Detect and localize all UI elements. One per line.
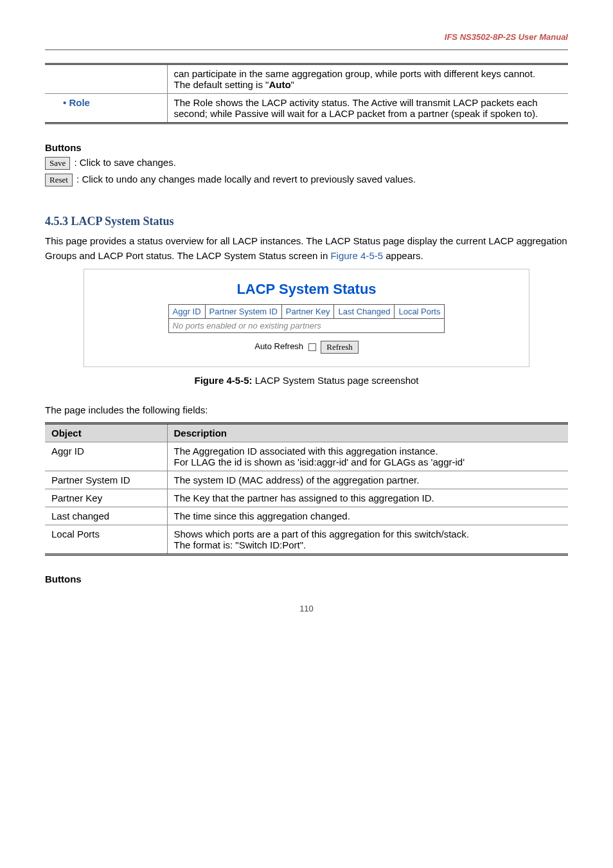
desc-line: The Aggregation ID associated with this … xyxy=(174,446,562,457)
row-label: Partner System ID xyxy=(51,475,130,485)
table-row: Aggr ID The Aggregation ID associated wi… xyxy=(45,442,568,471)
figure-caption: Figure 4-5-5: LACP System Status page sc… xyxy=(45,375,568,386)
desc-line: Shows which ports are a part of this agg… xyxy=(174,529,562,539)
para-tail: appears. xyxy=(383,250,423,261)
para-text: This page provides a status overview for… xyxy=(45,235,567,261)
cont-line-2: The default setting is "Auto" xyxy=(174,79,562,90)
row-desc: Shows which ports are a part of this agg… xyxy=(167,525,568,554)
col-last-changed: Last Changed xyxy=(334,304,395,318)
section-heading: 4.5.3 LACP System Status xyxy=(45,215,568,228)
fields-table: Object Description Aggr ID The Aggregati… xyxy=(45,422,568,556)
desc-line: The format is: "Switch ID:Port". xyxy=(174,539,562,550)
figure-title: LACP System Status xyxy=(102,281,511,298)
empty-cell xyxy=(45,64,167,94)
col-partner-key: Partner Key xyxy=(281,304,334,318)
role-desc: The Role shows the LACP activity status.… xyxy=(167,94,568,123)
buttons-heading: Buttons xyxy=(45,142,568,153)
caption-rest: LACP System Status page screenshot xyxy=(252,375,418,386)
role-label: Role xyxy=(51,97,90,108)
row-label: Aggr ID xyxy=(51,446,84,457)
buttons-heading-2: Buttons xyxy=(45,574,568,584)
fields-intro: The page includes the following fields: xyxy=(45,402,568,417)
row-desc: The Key that the partner has assigned to… xyxy=(167,489,568,507)
row-desc: The Aggregation ID associated with this … xyxy=(167,442,568,471)
row-label: Last changed xyxy=(51,511,109,521)
lacp-inner-table: Aggr ID Partner System ID Partner Key La… xyxy=(168,304,445,333)
col-aggr-id: Aggr ID xyxy=(168,304,205,318)
continuation-desc: can participate in the same aggregation … xyxy=(167,64,568,94)
figure-box: LACP System Status Aggr ID Partner Syste… xyxy=(84,269,529,367)
doc-header: IFS NS3502-8P-2S User Manual xyxy=(45,32,568,42)
empty-row: No ports enabled or no existing partners xyxy=(168,318,445,332)
col-object: Object xyxy=(45,423,167,442)
auto-refresh-row: Auto Refresh Refresh xyxy=(102,341,511,354)
row-desc: The time since this aggregation changed. xyxy=(167,507,568,525)
section-para: This page provides a status overview for… xyxy=(45,233,568,264)
role-label-cell: Role xyxy=(45,94,167,123)
row-desc: The system ID (MAC address) of the aggre… xyxy=(167,471,568,489)
table-row: Last changed The time since this aggrega… xyxy=(45,507,568,525)
header-divider xyxy=(45,50,568,50)
table-row: Local Ports Shows which ports are a part… xyxy=(45,525,568,554)
cont-line-1: can participate in the same aggregation … xyxy=(174,68,562,79)
section-title: LACP System Status xyxy=(71,215,174,228)
auto-refresh-checkbox[interactable] xyxy=(308,343,316,351)
auto-refresh-label: Auto Refresh xyxy=(254,341,303,351)
save-desc: : Click to save changes. xyxy=(74,157,175,168)
page-number: 110 xyxy=(45,604,568,613)
table-row: Partner Key The Key that the partner has… xyxy=(45,489,568,507)
table-row: Partner System ID The system ID (MAC add… xyxy=(45,471,568,489)
save-button[interactable]: Save xyxy=(45,157,70,170)
col-local-ports: Local Ports xyxy=(395,304,445,318)
row-label: Partner Key xyxy=(51,493,102,503)
caption-bold: Figure 4-5-5: xyxy=(194,375,252,386)
refresh-button[interactable]: Refresh xyxy=(321,341,358,354)
reset-button[interactable]: Reset xyxy=(45,174,73,186)
section-number: 4.5.3 xyxy=(45,215,68,228)
reset-desc: : Click to undo any changes made locally… xyxy=(76,174,416,185)
col-description: Description xyxy=(167,423,568,442)
role-continuation-table: can participate in the same aggregation … xyxy=(45,63,568,124)
row-label: Local Ports xyxy=(51,529,100,539)
col-partner-system-id: Partner System ID xyxy=(205,304,281,318)
desc-line: For LLAG the id is shown as 'isid:aggr-i… xyxy=(174,457,562,467)
figure-ref-link[interactable]: Figure 4-5-5 xyxy=(330,250,383,261)
